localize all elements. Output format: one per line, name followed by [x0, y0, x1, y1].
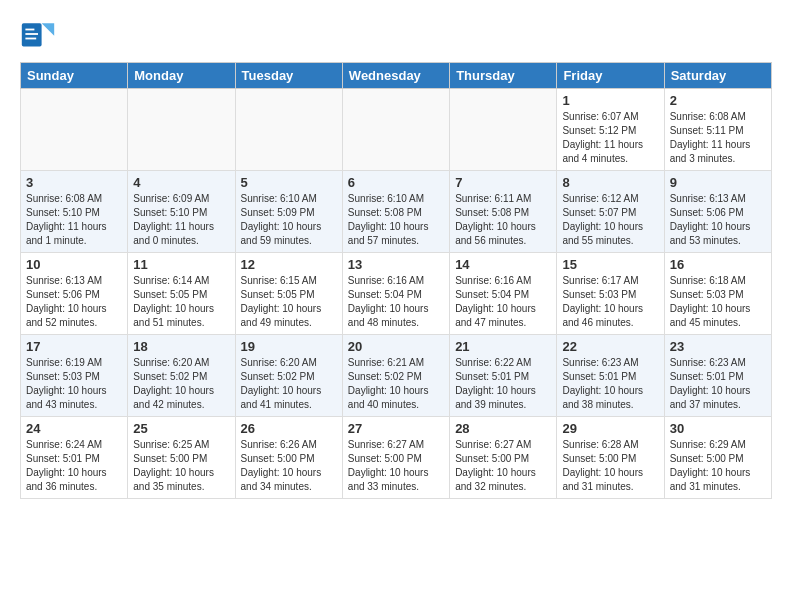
weekday-header: Wednesday	[342, 63, 449, 89]
day-info: Sunrise: 6:07 AM Sunset: 5:12 PM Dayligh…	[562, 110, 658, 166]
calendar-cell	[450, 89, 557, 171]
day-number: 25	[133, 421, 229, 436]
day-info: Sunrise: 6:20 AM Sunset: 5:02 PM Dayligh…	[241, 356, 337, 412]
day-number: 16	[670, 257, 766, 272]
calendar-cell: 10Sunrise: 6:13 AM Sunset: 5:06 PM Dayli…	[21, 253, 128, 335]
day-info: Sunrise: 6:25 AM Sunset: 5:00 PM Dayligh…	[133, 438, 229, 494]
calendar-cell: 12Sunrise: 6:15 AM Sunset: 5:05 PM Dayli…	[235, 253, 342, 335]
calendar-cell: 24Sunrise: 6:24 AM Sunset: 5:01 PM Dayli…	[21, 417, 128, 499]
day-info: Sunrise: 6:22 AM Sunset: 5:01 PM Dayligh…	[455, 356, 551, 412]
weekday-header: Thursday	[450, 63, 557, 89]
day-number: 8	[562, 175, 658, 190]
svg-marker-1	[42, 23, 55, 36]
day-info: Sunrise: 6:29 AM Sunset: 5:00 PM Dayligh…	[670, 438, 766, 494]
day-number: 30	[670, 421, 766, 436]
day-number: 14	[455, 257, 551, 272]
svg-rect-2	[25, 29, 34, 31]
day-number: 22	[562, 339, 658, 354]
day-number: 19	[241, 339, 337, 354]
weekday-header: Saturday	[664, 63, 771, 89]
day-number: 7	[455, 175, 551, 190]
day-info: Sunrise: 6:10 AM Sunset: 5:09 PM Dayligh…	[241, 192, 337, 248]
day-number: 13	[348, 257, 444, 272]
weekday-header: Monday	[128, 63, 235, 89]
day-number: 21	[455, 339, 551, 354]
page: SundayMondayTuesdayWednesdayThursdayFrid…	[0, 0, 792, 515]
day-number: 28	[455, 421, 551, 436]
day-number: 26	[241, 421, 337, 436]
calendar-week-row: 24Sunrise: 6:24 AM Sunset: 5:01 PM Dayli…	[21, 417, 772, 499]
calendar-cell: 2Sunrise: 6:08 AM Sunset: 5:11 PM Daylig…	[664, 89, 771, 171]
day-number: 12	[241, 257, 337, 272]
calendar-cell: 30Sunrise: 6:29 AM Sunset: 5:00 PM Dayli…	[664, 417, 771, 499]
logo	[20, 16, 60, 52]
calendar-week-row: 10Sunrise: 6:13 AM Sunset: 5:06 PM Dayli…	[21, 253, 772, 335]
day-info: Sunrise: 6:15 AM Sunset: 5:05 PM Dayligh…	[241, 274, 337, 330]
calendar-cell: 22Sunrise: 6:23 AM Sunset: 5:01 PM Dayli…	[557, 335, 664, 417]
calendar-cell	[21, 89, 128, 171]
calendar-cell: 14Sunrise: 6:16 AM Sunset: 5:04 PM Dayli…	[450, 253, 557, 335]
day-info: Sunrise: 6:08 AM Sunset: 5:11 PM Dayligh…	[670, 110, 766, 166]
calendar-cell: 16Sunrise: 6:18 AM Sunset: 5:03 PM Dayli…	[664, 253, 771, 335]
logo-icon	[20, 16, 56, 52]
calendar-cell: 13Sunrise: 6:16 AM Sunset: 5:04 PM Dayli…	[342, 253, 449, 335]
day-number: 17	[26, 339, 122, 354]
calendar-cell: 18Sunrise: 6:20 AM Sunset: 5:02 PM Dayli…	[128, 335, 235, 417]
calendar-cell: 19Sunrise: 6:20 AM Sunset: 5:02 PM Dayli…	[235, 335, 342, 417]
day-number: 11	[133, 257, 229, 272]
calendar-cell: 9Sunrise: 6:13 AM Sunset: 5:06 PM Daylig…	[664, 171, 771, 253]
day-number: 29	[562, 421, 658, 436]
day-number: 1	[562, 93, 658, 108]
day-info: Sunrise: 6:24 AM Sunset: 5:01 PM Dayligh…	[26, 438, 122, 494]
weekday-header: Friday	[557, 63, 664, 89]
calendar-cell: 27Sunrise: 6:27 AM Sunset: 5:00 PM Dayli…	[342, 417, 449, 499]
svg-rect-3	[25, 33, 38, 35]
calendar-cell: 29Sunrise: 6:28 AM Sunset: 5:00 PM Dayli…	[557, 417, 664, 499]
day-info: Sunrise: 6:08 AM Sunset: 5:10 PM Dayligh…	[26, 192, 122, 248]
day-number: 9	[670, 175, 766, 190]
day-number: 2	[670, 93, 766, 108]
calendar-cell	[342, 89, 449, 171]
day-info: Sunrise: 6:27 AM Sunset: 5:00 PM Dayligh…	[348, 438, 444, 494]
calendar-cell: 20Sunrise: 6:21 AM Sunset: 5:02 PM Dayli…	[342, 335, 449, 417]
calendar-week-row: 1Sunrise: 6:07 AM Sunset: 5:12 PM Daylig…	[21, 89, 772, 171]
day-number: 20	[348, 339, 444, 354]
calendar-cell	[235, 89, 342, 171]
day-number: 23	[670, 339, 766, 354]
calendar-cell: 25Sunrise: 6:25 AM Sunset: 5:00 PM Dayli…	[128, 417, 235, 499]
day-info: Sunrise: 6:28 AM Sunset: 5:00 PM Dayligh…	[562, 438, 658, 494]
calendar-cell: 17Sunrise: 6:19 AM Sunset: 5:03 PM Dayli…	[21, 335, 128, 417]
calendar-cell	[128, 89, 235, 171]
calendar-cell: 6Sunrise: 6:10 AM Sunset: 5:08 PM Daylig…	[342, 171, 449, 253]
day-info: Sunrise: 6:18 AM Sunset: 5:03 PM Dayligh…	[670, 274, 766, 330]
day-number: 3	[26, 175, 122, 190]
day-info: Sunrise: 6:12 AM Sunset: 5:07 PM Dayligh…	[562, 192, 658, 248]
day-number: 5	[241, 175, 337, 190]
day-info: Sunrise: 6:27 AM Sunset: 5:00 PM Dayligh…	[455, 438, 551, 494]
day-info: Sunrise: 6:23 AM Sunset: 5:01 PM Dayligh…	[670, 356, 766, 412]
calendar-cell: 21Sunrise: 6:22 AM Sunset: 5:01 PM Dayli…	[450, 335, 557, 417]
calendar-cell: 23Sunrise: 6:23 AM Sunset: 5:01 PM Dayli…	[664, 335, 771, 417]
day-info: Sunrise: 6:09 AM Sunset: 5:10 PM Dayligh…	[133, 192, 229, 248]
day-info: Sunrise: 6:13 AM Sunset: 5:06 PM Dayligh…	[26, 274, 122, 330]
day-info: Sunrise: 6:14 AM Sunset: 5:05 PM Dayligh…	[133, 274, 229, 330]
calendar-cell: 3Sunrise: 6:08 AM Sunset: 5:10 PM Daylig…	[21, 171, 128, 253]
calendar-cell: 1Sunrise: 6:07 AM Sunset: 5:12 PM Daylig…	[557, 89, 664, 171]
day-number: 15	[562, 257, 658, 272]
calendar-week-row: 3Sunrise: 6:08 AM Sunset: 5:10 PM Daylig…	[21, 171, 772, 253]
calendar-cell: 15Sunrise: 6:17 AM Sunset: 5:03 PM Dayli…	[557, 253, 664, 335]
calendar-cell: 7Sunrise: 6:11 AM Sunset: 5:08 PM Daylig…	[450, 171, 557, 253]
day-info: Sunrise: 6:19 AM Sunset: 5:03 PM Dayligh…	[26, 356, 122, 412]
calendar-cell: 28Sunrise: 6:27 AM Sunset: 5:00 PM Dayli…	[450, 417, 557, 499]
weekday-header: Sunday	[21, 63, 128, 89]
day-info: Sunrise: 6:11 AM Sunset: 5:08 PM Dayligh…	[455, 192, 551, 248]
day-number: 24	[26, 421, 122, 436]
day-info: Sunrise: 6:23 AM Sunset: 5:01 PM Dayligh…	[562, 356, 658, 412]
svg-rect-4	[25, 38, 36, 40]
day-info: Sunrise: 6:10 AM Sunset: 5:08 PM Dayligh…	[348, 192, 444, 248]
calendar-header-row: SundayMondayTuesdayWednesdayThursdayFrid…	[21, 63, 772, 89]
calendar-cell: 5Sunrise: 6:10 AM Sunset: 5:09 PM Daylig…	[235, 171, 342, 253]
day-info: Sunrise: 6:21 AM Sunset: 5:02 PM Dayligh…	[348, 356, 444, 412]
day-info: Sunrise: 6:16 AM Sunset: 5:04 PM Dayligh…	[455, 274, 551, 330]
day-number: 4	[133, 175, 229, 190]
